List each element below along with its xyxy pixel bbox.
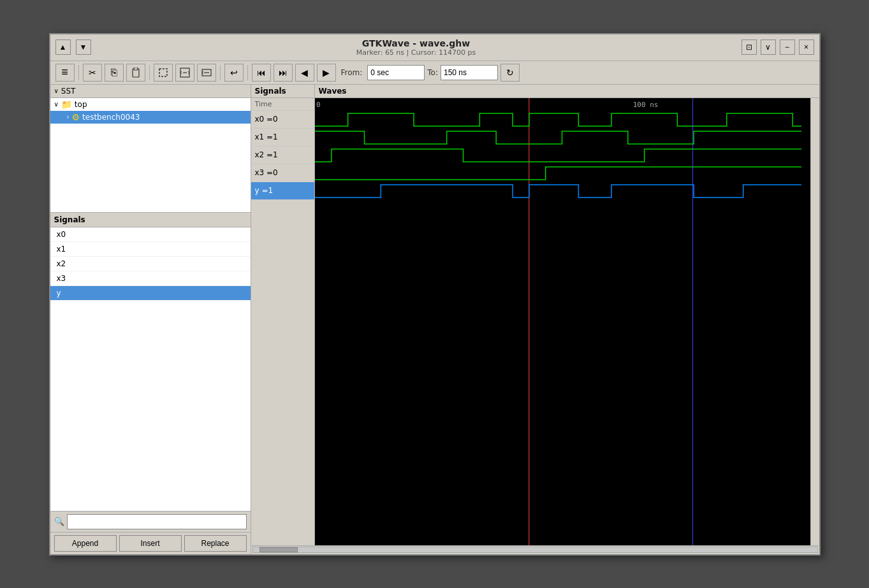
title-bar-center: GTKWave - wave.ghw Marker: 65 ns | Curso… — [91, 38, 741, 57]
wave-content: Time x0 =0 x1 =1 x2 =1 x3 =0 y — [251, 98, 819, 545]
toolbar: ≡ ✂ ⎘ ↩ ⏮ ⏭ ◀ ▶ From: To: ↻ — [50, 61, 819, 85]
bottom-buttons: Append Insert Replace — [50, 532, 251, 554]
to-label: To: — [427, 68, 438, 77]
right-panel: Signals Waves Time x0 =0 x1 =1 — [251, 85, 819, 554]
scrollbar-track[interactable] — [252, 547, 818, 553]
menu-btn[interactable]: ≡ — [55, 64, 75, 82]
signals-col-header: Signals — [251, 85, 315, 97]
last-btn[interactable]: ⏭ — [274, 64, 293, 82]
waves-col[interactable] — [315, 98, 819, 545]
signals-panel-header: Signals — [50, 213, 251, 227]
main-window: ▲ ▼ GTKWave - wave.ghw Marker: 65 ns | C… — [49, 33, 821, 556]
refresh-btn[interactable]: ↻ — [500, 64, 520, 82]
undo-btn[interactable]: ↩ — [224, 64, 244, 82]
signal-item-x0[interactable]: x0 — [50, 227, 251, 242]
insert-btn[interactable]: Insert — [119, 535, 182, 552]
paste-btn[interactable] — [126, 64, 145, 82]
waves-col-header: Waves — [315, 85, 819, 97]
to-input[interactable] — [441, 65, 498, 80]
signal-label-x1: x1 =1 — [251, 129, 314, 147]
title-bar: ▲ ▼ GTKWave - wave.ghw Marker: 65 ns | C… — [50, 34, 819, 61]
sst-header: ∨ SST — [50, 85, 251, 98]
from-input[interactable] — [367, 65, 425, 80]
sst-collapse-icon[interactable]: ∨ — [54, 87, 59, 94]
search-area: 🔍 — [50, 511, 251, 532]
from-to-section: From: To: — [341, 65, 498, 80]
tree-item-testbench[interactable]: › ⚙ testbench0043 — [50, 111, 251, 124]
wave-header: Signals Waves — [251, 85, 819, 98]
toolbar-sep-1 — [78, 65, 79, 80]
select-btn[interactable] — [154, 64, 173, 82]
restore-btn[interactable]: ⊡ — [741, 39, 757, 55]
signals-list[interactable]: x0 x1 x2 x3 y — [50, 227, 251, 511]
close-btn[interactable]: × — [799, 39, 814, 55]
signal-names-col: Time x0 =0 x1 =1 x2 =1 x3 =0 y — [251, 98, 315, 545]
svg-rect-2 — [159, 69, 167, 76]
title-bar-right: ⊡ ∨ − × — [741, 39, 814, 55]
folder-icon: 📁 — [61, 99, 72, 110]
module-icon: ⚙ — [72, 112, 80, 122]
scrollbar-thumb[interactable] — [259, 547, 298, 552]
replace-btn[interactable]: Replace — [184, 535, 247, 552]
toolbar-sep-2 — [149, 65, 150, 80]
sst-tree[interactable]: ∨ 📁 top › ⚙ testbench0043 — [50, 98, 251, 213]
title-bar-up-btn[interactable]: ▲ — [55, 39, 71, 55]
signal-label-time: Time — [251, 98, 314, 111]
tree-item-label-tb: testbench0043 — [82, 113, 140, 122]
signal-item-y[interactable]: y — [50, 286, 251, 301]
signals-section: Signals x0 x1 x2 x3 y — [50, 213, 251, 511]
title-bar-left: ▲ ▼ — [55, 39, 91, 55]
tree-item-top[interactable]: ∨ 📁 top — [50, 98, 251, 111]
minimize-btn[interactable]: ∨ — [761, 39, 776, 55]
left-panel: ∨ SST ∨ 📁 top › ⚙ testbench0043 S — [50, 85, 251, 554]
window-title: GTKWave - wave.ghw — [91, 38, 741, 48]
signal-item-x2[interactable]: x2 — [50, 257, 251, 271]
search-input[interactable] — [67, 514, 247, 529]
prev-btn[interactable]: ◀ — [295, 64, 314, 82]
signal-label-y: y =1 — [251, 182, 314, 200]
signal-label-x2: x2 =1 — [251, 147, 314, 164]
svg-rect-1 — [134, 68, 138, 70]
toolbar-sep-4 — [247, 65, 248, 80]
tree-expand-icon: › — [67, 113, 69, 120]
window-subtitle: Marker: 65 ns | Cursor: 114700 ps — [91, 48, 741, 57]
next-btn[interactable]: ▶ — [317, 64, 336, 82]
zoom-full-btn[interactable] — [197, 64, 216, 82]
tree-collapse-icon: ∨ — [54, 101, 59, 108]
horizontal-scrollbar[interactable] — [251, 545, 819, 554]
signal-label-x0: x0 =0 — [251, 111, 314, 129]
content-area: ∨ SST ∨ 📁 top › ⚙ testbench0043 S — [50, 85, 819, 554]
wave-canvas[interactable] — [315, 98, 810, 545]
search-icon: 🔍 — [54, 517, 64, 526]
tree-item-label: top — [75, 100, 87, 109]
zoom-fit-btn[interactable] — [175, 64, 194, 82]
copy-btn[interactable]: ⎘ — [105, 64, 124, 82]
maximize-btn[interactable]: − — [780, 39, 795, 55]
first-btn[interactable]: ⏮ — [252, 64, 271, 82]
cut-btn[interactable]: ✂ — [83, 64, 102, 82]
from-label: From: — [341, 68, 363, 77]
signal-item-x3[interactable]: x3 — [50, 271, 251, 286]
sst-label: SST — [61, 87, 76, 96]
signal-label-x3: x3 =0 — [251, 164, 314, 182]
append-btn[interactable]: Append — [54, 535, 117, 552]
toolbar-sep-3 — [220, 65, 221, 80]
signal-item-x1[interactable]: x1 — [50, 242, 251, 257]
title-bar-down-btn[interactable]: ▼ — [76, 39, 91, 55]
vertical-scrollbar[interactable] — [810, 98, 819, 545]
